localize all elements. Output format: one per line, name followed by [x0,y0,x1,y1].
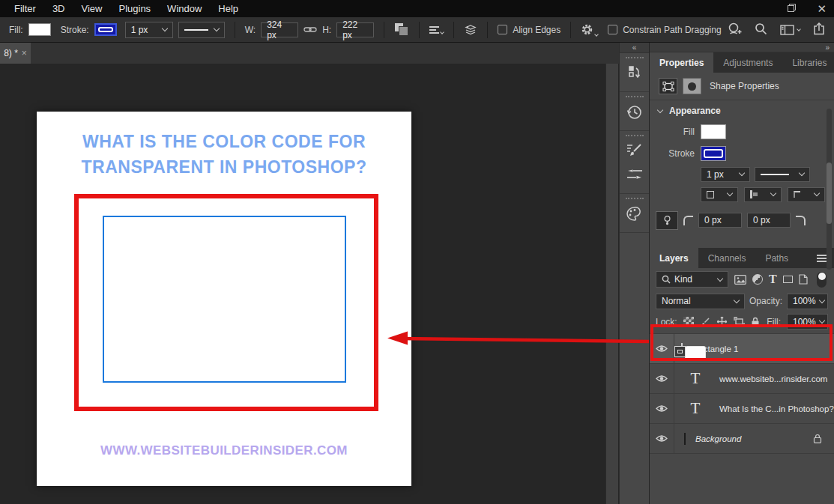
layers-tab-bar: Layers Channels Paths [650,248,834,268]
filter-type-layers-icon[interactable]: T [769,273,777,285]
constrain-path-checkbox[interactable] [608,25,617,34]
layer-thumbnail[interactable]: T [681,368,710,390]
menu-view[interactable]: View [73,3,111,14]
stroke-swatch[interactable] [94,23,117,36]
shape-height-input[interactable]: 222 px [336,22,374,37]
visibility-eye-icon[interactable] [650,394,674,423]
canvas-footer-text: WWW.WEBSITEBUILDERINSIDER.COM [37,443,411,458]
stroke-cap-select[interactable] [744,187,782,202]
tab-paths[interactable]: Paths [755,248,798,268]
share-export-icon[interactable] [813,22,825,37]
menu-help[interactable]: Help [210,3,247,14]
shape-properties-button[interactable] [659,78,677,94]
panel-grip[interactable] [626,198,644,199]
visibility-eye-icon[interactable] [650,424,674,453]
shape-rectangle-outline [103,216,346,383]
menu-plugins[interactable]: Plugins [110,3,159,14]
filter-adjustment-layers-icon[interactable] [752,274,763,285]
tab-layers[interactable]: Layers [650,248,698,268]
search-icon[interactable] [755,22,767,37]
corner-radius-tl-icon [683,216,693,225]
tab-libraries[interactable]: Libraries [782,52,834,73]
layer-name[interactable]: Background [695,434,741,443]
filter-smart-objects-icon[interactable] [799,274,808,285]
brush-settings-panel-icon[interactable] [626,141,644,160]
layer-thumbnail[interactable]: T [681,398,710,420]
collapsed-panels-strip: « [619,43,649,504]
panel-grip[interactable] [626,96,644,97]
tab-close-icon[interactable]: × [22,48,27,58]
link-dimensions-icon[interactable] [303,25,317,34]
appearance-stroke-width-select[interactable]: 1 px [701,167,750,182]
fill-label: Fill: [9,25,23,35]
photoshop-window: Filter 3D View Plugins Window Help ✕ Fil… [0,0,834,504]
stroke-corner-select[interactable] [788,187,825,202]
appearance-stroke-style-select[interactable] [755,167,810,182]
filter-shape-layers-icon[interactable] [783,276,793,283]
type-layer-icon: T [681,398,710,420]
layer-thumbnail[interactable] [681,434,686,444]
blend-mode-select[interactable]: Normal [656,294,745,309]
stroke-style-select[interactable] [178,22,225,38]
history-panel-icon[interactable] [626,102,644,121]
corner-radius-input-2[interactable]: 0 px [747,213,791,228]
corner-radius-input-1[interactable]: 0 px [698,213,742,228]
background-lock-icon[interactable] [813,434,822,443]
layer-row-background[interactable]: Background [650,424,834,454]
workspace-switcher-icon[interactable] [780,25,800,35]
layer-name[interactable]: What Is the C...in Photoshop? [719,404,834,413]
fill-swatch[interactable] [28,23,51,36]
properties-scrollbar[interactable] [827,109,832,270]
menu-bar: Filter 3D View Plugins Window Help ✕ [0,0,834,17]
restore-button[interactable] [788,4,796,14]
expand-dock-chevron[interactable]: » [650,43,834,52]
tab-adjustments[interactable]: Adjustments [713,52,782,73]
mask-properties-button[interactable] [683,78,701,94]
opacity-select[interactable]: 100% [787,294,828,309]
path-alignment-button[interactable] [429,26,444,34]
layer-row-question-text[interactable]: T What Is the C...in Photoshop? [650,394,834,424]
appearance-fill-swatch[interactable] [701,124,726,139]
close-button[interactable]: ✕ [817,3,827,14]
tool-settings-gear-icon[interactable] [581,23,598,36]
menu-3d[interactable]: 3D [44,3,73,14]
tab-properties[interactable]: Properties [650,52,713,73]
layer-filter-toggle[interactable] [817,272,827,288]
visibility-eye-icon[interactable] [650,364,674,393]
layer-name[interactable]: www.websiteb...rinsider.com [719,374,827,383]
path-operations-button[interactable] [394,23,409,36]
document-tab[interactable]: 8) * × [0,43,31,64]
appearance-fill-label: Fill [650,127,695,137]
tab-channels[interactable]: Channels [698,248,756,268]
appearance-section-title: Appearance [669,106,721,116]
height-label: H: [322,25,331,35]
canvas-vscrollbar[interactable] [605,64,618,504]
path-arrangement-button[interactable] [464,24,477,36]
layers-panel-menu-icon[interactable] [817,248,827,268]
link-radius-values-button[interactable] [656,211,678,230]
appearance-collapse-chevron[interactable] [657,106,663,112]
layer-filter-kind-select[interactable]: Kind [656,271,728,288]
layer-row-url-text[interactable]: T www.websiteb...rinsider.com [650,364,834,394]
background-thumbnail [684,433,686,445]
menu-filter[interactable]: Filter [6,3,44,14]
filter-pixel-layers-icon[interactable] [734,275,746,285]
appearance-stroke-swatch[interactable] [701,146,726,161]
search-icon [662,275,671,284]
collapse-dock-chevron[interactable]: « [620,43,649,53]
align-edges-checkbox[interactable] [498,25,507,34]
stroke-width-select[interactable]: 1 px [125,22,173,38]
panel-grip[interactable] [626,135,644,136]
stroke-style-preview [184,29,208,31]
menu-window[interactable]: Window [159,3,210,14]
actions-panel-icon[interactable] [626,63,644,82]
shape-width-input[interactable]: 324 px [261,22,298,37]
color-panel-icon[interactable] [626,204,644,223]
stroke-align-select[interactable] [701,187,738,202]
panel-grip[interactable] [626,57,644,58]
brushes-panel-icon[interactable] [626,165,644,184]
red-annotation-layer-box [650,324,833,361]
document-canvas[interactable]: WHAT IS THE COLOR CODE FOR TRANSPARENT I… [37,112,411,486]
shape-properties-label: Shape Properties [710,81,779,91]
share-profile-icon[interactable] [728,22,742,38]
